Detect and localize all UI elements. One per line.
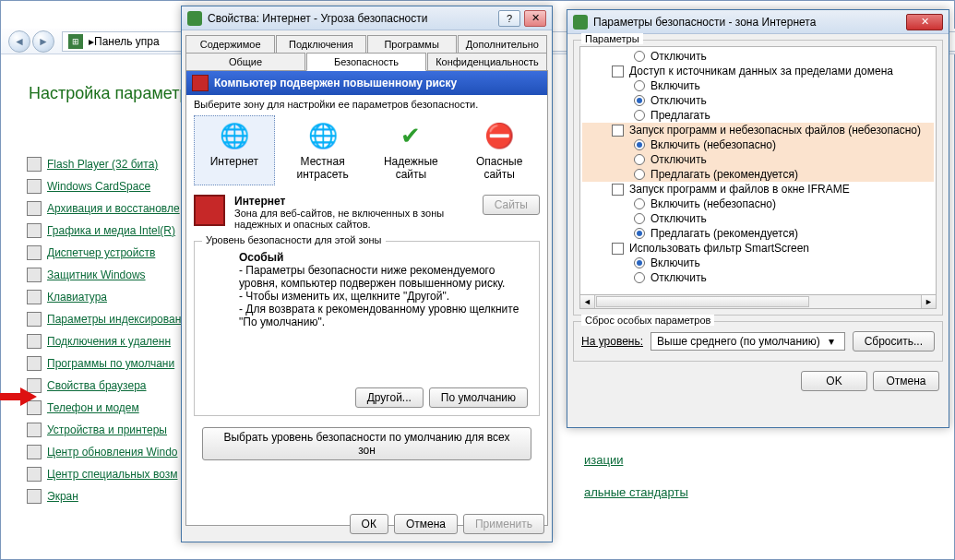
radio-icon — [634, 213, 645, 224]
setting-node[interactable]: Запуск программ и небезопасных файлов (н… — [582, 123, 934, 137]
control-panel-item[interactable]: Подключения к удаленн — [27, 330, 188, 352]
control-panel-item[interactable]: Центр специальных возм — [27, 463, 188, 485]
zone-instruction: Выберите зону для настройки ее параметро… — [186, 95, 547, 113]
tab-row-1: СодержимоеПодключенияПрограммыДополнител… — [185, 34, 548, 52]
control-panel-item[interactable]: Телефон и модем — [27, 397, 188, 419]
option-node[interactable]: Отключить — [582, 270, 934, 285]
ok-button[interactable]: OK — [801, 371, 867, 391]
ok-button[interactable]: ОК — [350, 514, 388, 534]
fragment-text: альные стандарты — [584, 485, 688, 499]
scroll-left-button[interactable]: ◄ — [580, 295, 595, 308]
control-panel-item[interactable]: Центр обновления Windo — [27, 441, 188, 463]
scroll-thumb[interactable] — [596, 296, 809, 307]
option-node[interactable]: Отключить — [582, 152, 934, 167]
tab[interactable]: Конфиденциальность — [427, 53, 547, 71]
reset-all-zones-button[interactable]: Выбрать уровень безопасности по умолчани… — [202, 427, 531, 460]
help-button[interactable]: ? — [498, 10, 520, 27]
custom-level-button[interactable]: Другой... — [355, 387, 424, 408]
cancel-button[interactable]: Отмена — [394, 514, 458, 534]
setting-node[interactable]: Доступ к источникам данных за пределами … — [582, 64, 934, 78]
zone-label: Интернет — [197, 155, 272, 168]
control-panel-item[interactable]: Экран — [27, 485, 188, 507]
item-label: Windows CardSpace — [47, 180, 150, 193]
zone-list: 🌐Интернет🌐Местная интрасеть✔Надежные сай… — [186, 113, 547, 193]
radio-icon — [634, 80, 645, 91]
item-icon — [27, 356, 42, 371]
option-node[interactable]: Отключить — [582, 211, 934, 226]
option-node[interactable]: Предлагать (рекомендуется) — [582, 226, 934, 241]
nav-forward-button[interactable]: ► — [32, 30, 54, 53]
tab[interactable]: Программы — [367, 35, 457, 53]
dialog-title: Параметры безопасности - зона Интернета — [593, 16, 906, 29]
item-icon — [27, 245, 42, 260]
globe-icon: 🌐 — [219, 120, 250, 151]
nav-back-button[interactable]: ◄ — [8, 30, 30, 53]
control-panel-item[interactable]: Графика и медиа Intel(R) — [27, 220, 188, 242]
option-node[interactable]: Включить — [582, 256, 934, 270]
control-panel-item[interactable]: Клавиатура — [27, 286, 188, 308]
internet-properties-dialog: Свойства: Интернет - Угроза безопасности… — [181, 6, 553, 542]
zone-desc-body: Зона для веб-сайтов, не включенных в зон… — [234, 208, 473, 230]
scroll-right-button[interactable]: ► — [921, 295, 936, 308]
control-panel-item[interactable]: Windows CardSpace — [27, 175, 188, 197]
option-node[interactable]: Отключить — [582, 93, 934, 108]
option-node[interactable]: Включить (небезопасно) — [582, 137, 934, 152]
cancel-button[interactable]: Отмена — [873, 371, 939, 391]
tab[interactable]: Подключения — [276, 35, 365, 53]
reset-level-label: На уровень: — [581, 335, 643, 348]
node-label: Использовать фильтр SmartScreen — [629, 242, 809, 255]
item-icon — [27, 201, 42, 216]
zone-item[interactable]: 🌐Местная интрасеть — [282, 115, 364, 185]
tab[interactable]: Общие — [185, 53, 305, 71]
reset-level-combo[interactable]: Выше среднего (по умолчанию) ▾ — [651, 332, 845, 351]
tab-row-2: ОбщиеБезопасностьКонфиденциальность — [185, 52, 548, 70]
zone-item[interactable]: ⛔Опасные сайты — [459, 115, 540, 185]
zone-label: Опасные сайты — [461, 155, 537, 181]
radio-icon — [634, 257, 645, 268]
settings-tree[interactable]: ОтключитьДоступ к источникам данных за п… — [579, 46, 937, 295]
forbid-icon: ⛔ — [483, 120, 515, 151]
node-label: Доступ к источникам данных за пределами … — [629, 65, 893, 77]
close-button[interactable]: ✕ — [906, 14, 943, 30]
control-panel-item[interactable]: Программы по умолчани — [27, 352, 188, 375]
item-label: Телефон и модем — [47, 401, 139, 414]
security-level-line: - Для возврата к рекомендованному уровню… — [239, 303, 526, 328]
default-level-button[interactable]: По умолчанию — [429, 387, 528, 408]
item-icon — [27, 445, 42, 459]
option-node[interactable]: Отключить — [582, 49, 934, 64]
zone-label: Надежные сайты — [373, 155, 448, 181]
control-panel-items: Flash Player (32 бита)Windows CardSpaceА… — [27, 153, 188, 507]
apply-button[interactable]: Применить — [463, 514, 544, 534]
node-label: Предлагать (рекомендуется) — [651, 168, 798, 181]
tab[interactable]: Безопасность — [306, 53, 426, 71]
control-panel-item[interactable]: Устройства и принтеры — [27, 419, 188, 441]
control-panel-item[interactable]: Свойства браузера — [27, 375, 188, 397]
zone-item[interactable]: 🌐Интернет — [194, 115, 275, 185]
control-panel-item[interactable]: Диспетчер устройств — [27, 242, 188, 264]
control-panel-item[interactable]: Flash Player (32 бита) — [27, 153, 188, 175]
tab[interactable]: Содержимое — [185, 35, 275, 53]
horizontal-scrollbar[interactable]: ◄ ► — [579, 294, 937, 309]
setting-node[interactable]: Запуск программ и файлов в окне IFRAME — [582, 182, 934, 197]
option-node[interactable]: Включить — [582, 78, 934, 93]
option-node[interactable]: Предлагать — [582, 108, 934, 123]
tab[interactable]: Дополнительно — [458, 35, 547, 53]
sites-button[interactable]: Сайты — [483, 195, 540, 215]
control-panel-item[interactable]: Архивация и восстановле — [27, 197, 188, 220]
node-label: Отключить — [651, 271, 707, 284]
control-panel-item[interactable]: Защитник Windows — [27, 264, 188, 286]
item-label: Программы по умолчани — [47, 357, 174, 370]
setting-node[interactable]: Использовать фильтр SmartScreen — [582, 241, 934, 256]
control-panel-item[interactable]: Параметры индексирован — [27, 308, 188, 330]
dialog-titlebar[interactable]: Параметры безопасности - зона Интернета … — [567, 10, 949, 34]
zone-item[interactable]: ✔Надежные сайты — [370, 115, 451, 185]
option-node[interactable]: Включить (небезопасно) — [582, 197, 934, 211]
item-icon — [27, 290, 42, 304]
close-button[interactable]: ✕ — [524, 10, 546, 27]
option-node[interactable]: Предлагать (рекомендуется) — [582, 167, 934, 182]
reset-button[interactable]: Сбросить... — [853, 331, 935, 351]
dialog-titlebar[interactable]: Свойства: Интернет - Угроза безопасности… — [182, 6, 552, 30]
radio-icon — [634, 198, 645, 209]
security-level-line: - Чтобы изменить их, щелкните "Другой". — [239, 290, 526, 303]
security-level-line: - Параметры безопасности ниже рекомендуе… — [239, 264, 526, 290]
